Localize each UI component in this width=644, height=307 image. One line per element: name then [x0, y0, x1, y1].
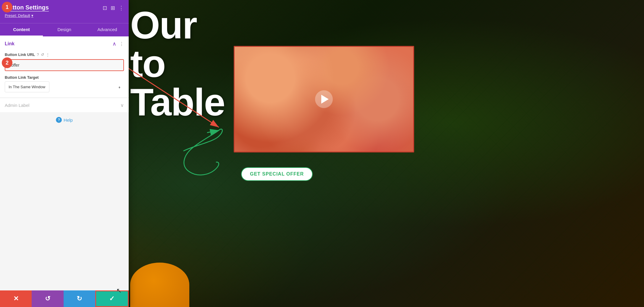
help-area: ? Help: [0, 113, 129, 128]
grid-icon[interactable]: ⊞: [111, 5, 115, 11]
help-label[interactable]: Help: [64, 118, 73, 123]
target-select[interactable]: In The Same Window In A New Window: [5, 81, 49, 92]
link-section-header[interactable]: Link ∧ ⋮: [0, 36, 129, 51]
url-input-box: [5, 59, 124, 71]
undo-button[interactable]: ↺: [32, 290, 63, 307]
oranges-decoration: [130, 263, 189, 307]
target-field-label: Button Link Target: [5, 75, 39, 80]
save-button[interactable]: ✓: [95, 290, 129, 307]
chevron-up-icon[interactable]: ∧: [112, 41, 116, 47]
url-label-row: Button Link URL ? ↺ ⋮: [5, 52, 124, 57]
tab-design[interactable]: Design: [43, 23, 86, 36]
admin-section-header[interactable]: Admin Label ∨: [0, 98, 129, 112]
panel-header-top: Button Settings ⊡ ⊞ ⋮: [5, 4, 124, 12]
url-field-group: Button Link URL ? ↺ ⋮ Button Link Target…: [0, 51, 129, 97]
hero-line1: Our: [130, 6, 254, 44]
settings-panel: 1 Button Settings ⊡ ⊞ ⋮ Preset: Default …: [0, 0, 129, 307]
panel-preset[interactable]: Preset: Default ▾: [5, 13, 124, 18]
section-more-icon[interactable]: ⋮: [119, 41, 124, 47]
play-button[interactable]: [315, 90, 333, 108]
admin-label-section: Admin Label ∨: [0, 98, 129, 112]
url-help-icon[interactable]: ?: [37, 52, 39, 57]
special-offer-button[interactable]: GET SPECIAL OFFER: [241, 167, 313, 181]
panel-header-icons: ⊡ ⊞ ⋮: [103, 5, 124, 11]
step-2-badge: 2: [2, 57, 12, 68]
close-square-icon[interactable]: ⊡: [103, 5, 107, 11]
section-header-icons: ∧ ⋮: [112, 41, 124, 47]
more-options-icon[interactable]: ⋮: [119, 5, 124, 11]
peach-image: [234, 46, 414, 152]
tab-advanced[interactable]: Advanced: [86, 23, 129, 36]
redo-button[interactable]: ↻: [64, 290, 95, 307]
url-input[interactable]: [5, 60, 123, 70]
panel-content: 2 Link ∧ ⋮ Button Link URL ? ↺ ⋮: [0, 36, 129, 290]
panel-toolbar: ✕ ↺ ↻ ✓: [0, 290, 129, 307]
target-select-wrapper[interactable]: In The Same Window In A New Window: [5, 81, 124, 92]
panel-tabs: Content Design Advanced: [0, 23, 129, 36]
link-section-title: Link: [5, 41, 14, 46]
tab-content[interactable]: Content: [0, 23, 43, 36]
help-question-icon: ?: [56, 117, 62, 123]
panel-header: Button Settings ⊡ ⊞ ⋮ Preset: Default ▾: [0, 0, 129, 23]
target-field-row: Button Link Target: [5, 75, 124, 80]
url-field-label: Button Link URL: [5, 52, 35, 57]
step-1-badge: 1: [2, 2, 12, 12]
url-reset-icon[interactable]: ↺: [41, 52, 44, 57]
admin-label-text: Admin Label: [5, 103, 29, 108]
cancel-button[interactable]: ✕: [0, 290, 32, 307]
url-more-icon[interactable]: ⋮: [46, 52, 50, 57]
admin-chevron-down-icon[interactable]: ∨: [120, 102, 124, 108]
link-section: Link ∧ ⋮ Button Link URL ? ↺ ⋮: [0, 36, 129, 97]
